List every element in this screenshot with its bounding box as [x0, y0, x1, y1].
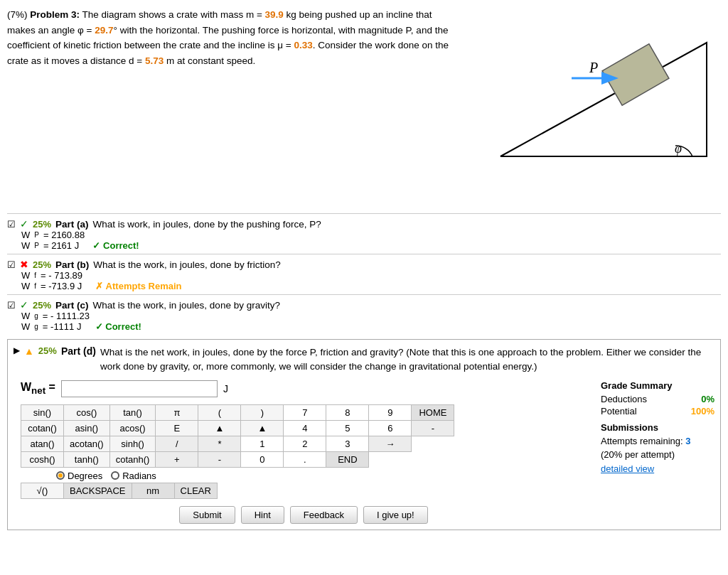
calc-e[interactable]: E — [156, 420, 198, 436]
part-b-label: Part (b) — [55, 259, 89, 270]
calc-mult[interactable]: * — [198, 436, 241, 451]
calc-lparen[interactable]: ( — [198, 404, 241, 420]
part-c-status: ✓ Correct! — [95, 321, 141, 332]
part-a-ans2-sub: P — [34, 242, 39, 249]
degrees-text: Degrees — [68, 471, 102, 481]
calc-8[interactable]: 8 — [326, 404, 369, 420]
part-a-ans1-val: = 2160.88 — [43, 230, 85, 240]
svg-rect-1 — [602, 44, 669, 105]
calc-nm[interactable]: nm — [132, 483, 174, 498]
part-c-label: Part (c) — [55, 300, 89, 311]
problem-weight: (7%) — [7, 9, 30, 20]
d-value: 5.73 — [145, 55, 164, 66]
wnet-input[interactable] — [61, 380, 218, 397]
calc-6[interactable]: 6 — [369, 420, 412, 436]
wnet-row: Wnet = J — [21, 380, 594, 397]
calc-minus2[interactable]: - — [412, 420, 454, 436]
submit-button[interactable]: Submit — [179, 506, 235, 524]
calc-dot[interactable]: . — [284, 451, 326, 467]
part-c-answer1: Wg = - 1111.23 — [21, 311, 721, 321]
calc-pi[interactable]: π — [156, 404, 198, 420]
button-row: Submit Hint Feedback I give up! — [14, 506, 594, 524]
part-b-question: What is the work, in joules, done by fri… — [93, 259, 280, 270]
part-b-x-icon: ✖ — [20, 259, 28, 270]
calc-row-2: cotan() asin() acos() E ▲ ▲ 4 5 6 - — [21, 420, 454, 436]
wnet-sub: net — [31, 385, 46, 396]
radians-radio[interactable] — [111, 471, 119, 480]
calc-bottom-table: √() BACKSPACE nm CLEAR — [21, 483, 218, 499]
attempts-remaining: Attempts remaining: 3 — [601, 434, 714, 448]
detailed-view-text[interactable]: detailed view — [601, 463, 654, 474]
calc-sin[interactable]: sin() — [21, 404, 64, 420]
degrees-radio[interactable] — [56, 471, 65, 480]
give-up-button[interactable]: I give up! — [363, 506, 428, 524]
spacer — [7, 171, 721, 213]
mu-value: 0.33 — [294, 40, 312, 50]
part-c-weight: 25% — [33, 300, 51, 311]
calc-tan[interactable]: tan() — [109, 404, 156, 420]
potential-val: 100% — [691, 406, 714, 417]
problem-text: (7%) Problem 3: The diagram shows a crat… — [7, 7, 458, 171]
wnet-label: Wnet = — [21, 381, 55, 396]
part-c-ans1-val: = - 1111.23 — [43, 311, 90, 321]
part-c-checkbox-icon: ☑ — [7, 300, 16, 311]
part-a-header: ☑ ✓ 25% Part (a) What is work, in joules… — [7, 218, 721, 230]
wnet-unit: J — [223, 383, 228, 394]
part-a-label: Part (a) — [55, 219, 89, 230]
calc-sinh[interactable]: sinh() — [109, 436, 156, 451]
calc-3[interactable]: 3 — [326, 436, 369, 451]
part-d-arrow-icon: ▶ — [14, 345, 20, 355]
calc-5[interactable]: 5 — [326, 420, 369, 436]
detailed-view-link[interactable]: detailed view — [601, 462, 714, 476]
calc-div[interactable]: / — [156, 436, 198, 451]
calc-cos[interactable]: cos() — [64, 404, 110, 420]
feedback-button[interactable]: Feedback — [290, 506, 358, 524]
problem-bold: Problem 3: — [30, 9, 80, 20]
calc-tanh[interactable]: tanh() — [64, 451, 110, 467]
deductions-label: Deductions — [601, 394, 647, 404]
part-c-ans1-sub: g — [34, 312, 38, 320]
calc-cotanh[interactable]: cotanh() — [109, 451, 156, 467]
calc-rparen[interactable]: ) — [241, 404, 284, 420]
radians-label[interactable]: Radians — [111, 471, 156, 481]
part-a-status: ✓ Correct! — [92, 240, 139, 251]
calc-end[interactable]: END — [326, 451, 369, 467]
calc-up1[interactable]: ▲ — [198, 420, 241, 436]
calc-row-4: cosh() tanh() cotanh() + - 0 . END — [21, 451, 454, 467]
attempts-label: Attempts remaining: — [601, 436, 685, 446]
calc-asin[interactable]: asin() — [64, 420, 110, 436]
calc-sqrt[interactable]: √() — [21, 483, 64, 498]
degrees-label[interactable]: Degrees — [56, 471, 102, 481]
calc-clear[interactable]: CLEAR — [174, 483, 217, 498]
calc-7[interactable]: 7 — [284, 404, 326, 420]
calc-acos[interactable]: acos() — [109, 420, 156, 436]
part-a-section: ☑ ✓ 25% Part (a) What is work, in joules… — [7, 213, 721, 254]
calc-right-arrow[interactable]: → — [369, 436, 412, 451]
part-c-ans2-sub: g — [34, 323, 38, 331]
calc-2[interactable]: 2 — [284, 436, 326, 451]
calc-1[interactable]: 1 — [241, 436, 284, 451]
calc-backspace[interactable]: BACKSPACE — [64, 483, 132, 498]
part-a-question: What is work, in joules, done by the pus… — [93, 219, 321, 230]
attempts-val: 3 — [685, 436, 690, 446]
calc-atan[interactable]: atan() — [21, 436, 64, 451]
part-a-ans2-label: W — [21, 240, 30, 251]
main-container: (7%) Problem 3: The diagram shows a crat… — [0, 0, 728, 537]
calc-0[interactable]: 0 — [241, 451, 284, 467]
calc-acotan[interactable]: acotan() — [64, 436, 110, 451]
calc-home[interactable]: HOME — [412, 404, 454, 420]
calc-9[interactable]: 9 — [369, 404, 412, 420]
calc-plus[interactable]: + — [156, 451, 198, 467]
hint-button[interactable]: Hint — [241, 506, 284, 524]
calc-cosh[interactable]: cosh() — [21, 451, 64, 467]
calc-cotan[interactable]: cotan() — [21, 420, 64, 436]
part-b-ans2-sub: f — [34, 282, 36, 290]
grade-summary: Grade Summary Deductions 0% Potential 10… — [601, 380, 714, 524]
part-c-header: ☑ ✓ 25% Part (c) What is the work, in jo… — [7, 299, 721, 311]
submissions-title: Submissions — [601, 422, 714, 433]
part-d-label: Part (d) — [61, 345, 96, 357]
calc-up2[interactable]: ▲ — [241, 420, 284, 436]
calc-minus[interactable]: - — [198, 451, 241, 467]
calc-4[interactable]: 4 — [284, 420, 326, 436]
part-b-ans1-sub: f — [34, 272, 36, 279]
